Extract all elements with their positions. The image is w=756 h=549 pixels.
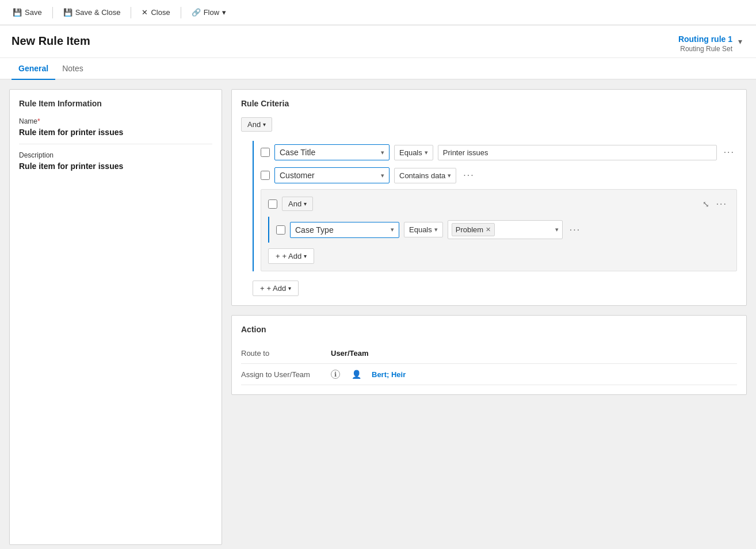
criteria-checkbox-1[interactable] bbox=[261, 148, 270, 157]
case-type-chevron-icon: ▾ bbox=[391, 226, 394, 233]
flow-chevron-icon: ▾ bbox=[222, 8, 226, 17]
close-icon: ✕ bbox=[142, 8, 148, 17]
header-right: Routing rule 1 Routing Rule Set ▾ bbox=[678, 34, 744, 53]
add-criteria-button[interactable]: + + Add ▾ bbox=[253, 281, 299, 296]
add-chevron-icon: ▾ bbox=[288, 285, 291, 291]
nested-add-button[interactable]: + + Add ▾ bbox=[268, 248, 314, 264]
customer-chevron-icon: ▾ bbox=[381, 172, 384, 179]
page-title: New Rule Item bbox=[12, 34, 90, 48]
nested-and-chevron-icon: ▾ bbox=[304, 201, 307, 207]
main-content: Rule Item Information Name* Rule item fo… bbox=[0, 80, 756, 549]
save-icon: 💾 bbox=[13, 8, 22, 17]
nested-add-plus-icon: + bbox=[276, 252, 280, 260]
assign-value-link[interactable]: Bert; Heir bbox=[372, 370, 406, 379]
case-title-chevron-icon: ▾ bbox=[381, 149, 384, 156]
nested-group-checkbox[interactable] bbox=[268, 199, 277, 209]
user-icon: 👤 bbox=[352, 370, 361, 379]
remove-problem-tag-btn[interactable]: ✕ bbox=[486, 226, 491, 233]
name-divider bbox=[19, 144, 212, 144]
row2-more-btn[interactable]: ··· bbox=[461, 169, 476, 182]
problem-tag: Problem ✕ bbox=[452, 223, 495, 236]
separator-2 bbox=[131, 7, 131, 18]
save-close-button[interactable]: 💾 Save & Close bbox=[58, 6, 127, 19]
equals-chevron-icon-1: ▾ bbox=[425, 149, 428, 156]
nested-and-btn[interactable]: And ▾ bbox=[282, 197, 313, 211]
collapse-nested-btn[interactable]: ⤡ bbox=[701, 198, 711, 210]
action-panel: Action Route to User/Team Assign to User… bbox=[231, 315, 747, 395]
close-label: Close bbox=[151, 8, 170, 17]
criteria-row-2: Customer ▾ Contains data ▾ ··· bbox=[254, 164, 737, 187]
description-label: Description bbox=[19, 151, 212, 159]
case-title-value: Printer issues bbox=[438, 145, 717, 160]
criteria-title: Rule Criteria bbox=[241, 99, 737, 108]
tab-notes[interactable]: Notes bbox=[55, 58, 90, 80]
route-to-label: Route to bbox=[241, 349, 322, 358]
tab-general[interactable]: General bbox=[12, 58, 55, 80]
add-plus-icon: + bbox=[260, 284, 265, 293]
flow-icon: 🔗 bbox=[192, 8, 201, 17]
case-title-dropdown[interactable]: Case Title ▾ bbox=[274, 144, 390, 160]
nested-more-btn[interactable]: ··· bbox=[714, 198, 730, 210]
and-operator-btn[interactable]: And ▾ bbox=[241, 117, 272, 132]
and-chevron-icon: ▾ bbox=[263, 121, 266, 128]
nested-group: And ▾ ⤡ ··· bbox=[261, 189, 737, 271]
flow-button[interactable]: 🔗 Flow ▾ bbox=[186, 6, 232, 19]
assign-row: Assign to User/Team ℹ 👤 Bert; Heir bbox=[241, 364, 737, 385]
route-to-value: User/Team bbox=[331, 349, 369, 358]
header-area: New Rule Item Routing rule 1 Routing Rul… bbox=[0, 25, 756, 58]
info-icon[interactable]: ℹ bbox=[331, 370, 340, 379]
required-indicator: * bbox=[37, 117, 40, 125]
customer-dropdown[interactable]: Customer ▾ bbox=[274, 167, 390, 183]
routing-rule-subtitle: Routing Rule Set bbox=[678, 45, 732, 53]
contains-data-chevron-icon: ▾ bbox=[448, 172, 451, 179]
left-panel: Rule Item Information Name* Rule item fo… bbox=[9, 89, 222, 545]
separator bbox=[52, 7, 53, 18]
right-panel: Rule Criteria And ▾ Case Title ▾ Equals bbox=[231, 89, 747, 545]
criteria-checkbox-2[interactable] bbox=[261, 171, 270, 180]
name-value: Rule item for printer issues bbox=[19, 128, 212, 137]
save-close-icon: 💾 bbox=[63, 8, 72, 17]
rule-criteria-panel: Rule Criteria And ▾ Case Title ▾ Equals bbox=[231, 89, 747, 306]
routing-rule-section: Routing rule 1 Routing Rule Set bbox=[678, 34, 732, 53]
flow-label: Flow bbox=[204, 8, 219, 17]
routing-rule-chevron[interactable]: ▾ bbox=[736, 34, 744, 48]
nested-equals-chevron-icon: ▾ bbox=[434, 226, 438, 233]
description-value: Rule item for printer issues bbox=[19, 162, 212, 171]
save-button[interactable]: 💾 Save bbox=[7, 6, 48, 19]
tabs: General Notes bbox=[0, 58, 756, 80]
nested-criteria-row: Case Type ▾ Equals ▾ Problem ✕ bbox=[269, 217, 730, 243]
case-type-value-field: Problem ✕ ▾ bbox=[448, 220, 563, 239]
equals-operator-1[interactable]: Equals ▾ bbox=[394, 145, 433, 160]
value-field-chevron-icon: ▾ bbox=[555, 226, 559, 233]
nested-row-checkbox[interactable] bbox=[276, 225, 285, 235]
assign-label: Assign to User/Team bbox=[241, 370, 322, 379]
routing-rule-link[interactable]: Routing rule 1 bbox=[678, 34, 732, 44]
criteria-row-1: Case Title ▾ Equals ▾ Printer issues ··· bbox=[254, 141, 737, 164]
save-close-label: Save & Close bbox=[75, 8, 121, 17]
name-label: Name* bbox=[19, 117, 212, 125]
rule-item-info-title: Rule Item Information bbox=[19, 99, 212, 108]
toolbar: 💾 Save 💾 Save & Close ✕ Close 🔗 Flow ▾ bbox=[0, 0, 756, 25]
close-button[interactable]: ✕ Close bbox=[136, 6, 175, 19]
save-label: Save bbox=[25, 8, 42, 17]
action-title: Action bbox=[241, 325, 737, 334]
row1-more-btn[interactable]: ··· bbox=[721, 146, 737, 159]
nested-row-more-btn[interactable]: ··· bbox=[567, 224, 583, 236]
case-type-dropdown[interactable]: Case Type ▾ bbox=[290, 222, 399, 238]
nested-equals-operator[interactable]: Equals ▾ bbox=[404, 222, 443, 237]
nested-add-chevron-icon: ▾ bbox=[304, 253, 307, 259]
contains-data-operator[interactable]: Contains data ▾ bbox=[394, 168, 456, 183]
route-to-row: Route to User/Team bbox=[241, 343, 737, 364]
separator-3 bbox=[181, 7, 181, 18]
